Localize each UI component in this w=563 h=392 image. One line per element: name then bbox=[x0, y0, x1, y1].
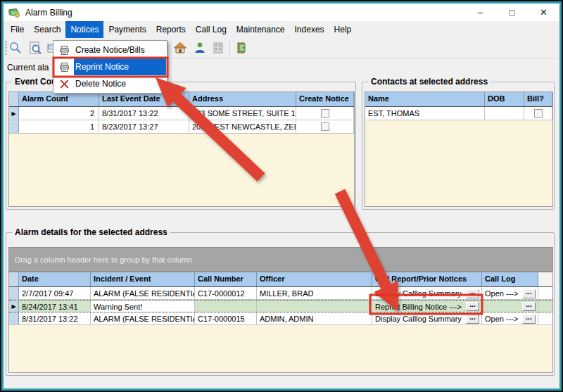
menubar-item-help[interactable]: Help bbox=[329, 21, 357, 38]
call-report-link[interactable]: Display Calllog Summary ---> bbox=[375, 289, 464, 298]
call-log-link[interactable]: Open ---> bbox=[485, 315, 518, 323]
row-selector[interactable] bbox=[9, 312, 19, 324]
menu-item-reprint-notice[interactable]: Reprint Notice bbox=[54, 58, 166, 75]
cell-incident-event[interactable]: ALARM (FALSE RESIDENTIA bbox=[91, 312, 195, 324]
close-button[interactable]: ✕ bbox=[528, 4, 559, 21]
create-notice-checkbox[interactable] bbox=[321, 109, 329, 118]
row-selector[interactable] bbox=[9, 287, 19, 299]
cell-date[interactable]: 2/7/2017 09:47 bbox=[19, 287, 91, 299]
column-header[interactable]: Alarm Count bbox=[19, 92, 99, 106]
column-header[interactable]: Call Number bbox=[195, 272, 257, 286]
cell-call-log[interactable]: ... bbox=[482, 301, 538, 312]
toolbar-grip[interactable] bbox=[5, 41, 7, 55]
building-icon[interactable] bbox=[211, 41, 225, 55]
cell-incident-event[interactable]: Warning Sent! bbox=[91, 301, 195, 312]
cell-dob[interactable] bbox=[485, 107, 524, 120]
group-by-drop-zone[interactable]: Drag a column header here to group by th… bbox=[8, 247, 553, 272]
menubar-item-maintenance[interactable]: Maintenance bbox=[232, 21, 290, 38]
menu-item-create-notice-bills[interactable]: Create Notice/Bills bbox=[54, 42, 166, 58]
cell-alarm-count[interactable]: 1 bbox=[19, 120, 99, 133]
cell-create-notice[interactable] bbox=[296, 107, 354, 120]
call-report-link[interactable]: Reprint Billing Notice ---> bbox=[375, 303, 462, 311]
menubar-item-reports[interactable]: Reports bbox=[151, 21, 191, 38]
table-row[interactable]: ▶8/24/2017 13:41Warning Sent!Reprint Bil… bbox=[9, 300, 552, 312]
cell-call-report[interactable]: Display Calllog Summary --->... bbox=[372, 287, 482, 299]
call-report-link[interactable]: Display Calllog Summary ---> bbox=[375, 315, 464, 323]
column-header[interactable]: Officer bbox=[257, 272, 372, 286]
column-header[interactable]: Bill? bbox=[524, 92, 552, 106]
cell-date[interactable]: 8/31/2017 13:22 bbox=[19, 312, 91, 324]
cell-call-log[interactable]: Open --->... bbox=[482, 287, 538, 299]
cell-officer[interactable]: ADMIN, ADMIN bbox=[257, 312, 372, 324]
cell-alarm-count[interactable]: 2 bbox=[19, 107, 99, 120]
cell-officer[interactable]: MILLER, BRAD bbox=[257, 287, 372, 299]
ellipsis-button[interactable]: ... bbox=[522, 289, 536, 298]
menubar-item-search[interactable]: Search bbox=[29, 21, 65, 38]
table-row[interactable]: 2/7/2017 09:47ALARM (FALSE RESIDENTIAC17… bbox=[9, 287, 552, 300]
row-selector[interactable]: ▶ bbox=[9, 107, 19, 120]
column-header[interactable]: Call Log bbox=[482, 272, 538, 286]
cell-officer[interactable] bbox=[257, 301, 372, 312]
cell-name[interactable]: EST, THOMAS bbox=[365, 107, 485, 120]
printer-icon bbox=[54, 44, 74, 56]
maximize-button[interactable]: □ bbox=[496, 4, 528, 21]
table-row[interactable]: 8/31/2017 13:22ALARM (FALSE RESIDENTIAC1… bbox=[9, 312, 552, 325]
cell-incident-event[interactable]: ALARM (FALSE RESIDENTIA bbox=[91, 287, 195, 299]
group-by-hint: Drag a column header here to group by th… bbox=[15, 255, 192, 264]
current-alarms-label: Current ala bbox=[7, 63, 49, 72]
minimize-button[interactable]: – bbox=[464, 4, 496, 21]
row-selector[interactable] bbox=[9, 120, 19, 133]
column-header[interactable]: Create Notice bbox=[296, 92, 354, 106]
column-header[interactable]: Call Report/Prior Notices bbox=[372, 272, 482, 286]
menubar-item-notices[interactable]: Notices bbox=[65, 21, 103, 38]
column-header[interactable]: Name bbox=[365, 92, 485, 106]
contacts-icon[interactable] bbox=[193, 41, 207, 55]
menubar-item-payments[interactable]: Payments bbox=[103, 21, 151, 38]
row-selector[interactable]: ▶ bbox=[9, 301, 19, 312]
create-notice-checkbox[interactable] bbox=[321, 122, 329, 131]
cell-address[interactable]: 123 SOME STREET, SUITE 103, ZELIENOP bbox=[189, 107, 296, 120]
exit-icon[interactable] bbox=[235, 41, 249, 55]
cell-call-number[interactable] bbox=[195, 301, 257, 312]
cell-call-report[interactable]: Reprint Billing Notice --->... bbox=[372, 301, 482, 312]
menu-item-delete-notice[interactable]: Delete Notice bbox=[54, 75, 166, 92]
ellipsis-button[interactable]: ... bbox=[522, 302, 536, 311]
cell-last-event-date[interactable]: 8/31/2017 13:22 bbox=[99, 107, 189, 120]
column-header[interactable]: Address bbox=[189, 92, 296, 106]
bill-checkbox[interactable] bbox=[534, 109, 543, 118]
column-header[interactable]: DOB bbox=[485, 92, 524, 106]
table-row[interactable]: 18/23/2017 13:27202 WEST NEWCASTLE, ZELI… bbox=[9, 120, 354, 134]
menubar-item-indexes[interactable]: Indexes bbox=[290, 21, 329, 38]
menubar-item-call-log[interactable]: Call Log bbox=[191, 21, 232, 38]
menubar-item-file[interactable]: File bbox=[6, 21, 29, 38]
window-title: Alarm Billing bbox=[25, 8, 72, 18]
header-filler bbox=[538, 272, 552, 286]
table-row[interactable]: EST, THOMAS bbox=[365, 107, 552, 120]
search-icon[interactable] bbox=[8, 41, 23, 55]
row-selector-header[interactable] bbox=[9, 272, 19, 286]
row-selector-header[interactable] bbox=[9, 92, 19, 106]
toolbar-separator bbox=[167, 41, 168, 55]
home-icon[interactable] bbox=[173, 41, 187, 55]
table-row[interactable]: ▶28/31/2017 13:22123 SOME STREET, SUITE … bbox=[9, 107, 354, 120]
cell-call-number[interactable]: C17-0000012 bbox=[195, 287, 257, 299]
cell-bill[interactable] bbox=[524, 107, 552, 120]
print-preview-icon[interactable] bbox=[28, 41, 42, 55]
cell-create-notice[interactable] bbox=[296, 120, 354, 133]
ellipsis-button[interactable]: ... bbox=[466, 289, 479, 298]
call-log-link[interactable]: Open ---> bbox=[485, 289, 518, 298]
column-header[interactable]: Incident / Event bbox=[91, 272, 195, 286]
ellipsis-button[interactable]: ... bbox=[466, 302, 479, 311]
cell-call-log[interactable]: Open --->... bbox=[482, 312, 538, 324]
cell-last-event-date[interactable]: 8/23/2017 13:27 bbox=[99, 120, 189, 133]
alarm-details-title: Alarm details for the selected address bbox=[12, 227, 170, 237]
column-header[interactable]: Date bbox=[19, 272, 91, 286]
ellipsis-button[interactable]: ... bbox=[466, 315, 479, 324]
window-stage: Alarm Billing – □ ✕ FileSearchNoticesPay… bbox=[1, 1, 562, 391]
ellipsis-button[interactable]: ... bbox=[522, 315, 536, 324]
column-header[interactable]: Last Event Date bbox=[99, 92, 189, 106]
cell-address[interactable]: 202 WEST NEWCASTLE, ZELIENOPLE PA bbox=[189, 120, 296, 133]
cell-call-report[interactable]: Display Calllog Summary --->... bbox=[372, 312, 482, 324]
cell-call-number[interactable]: C17-0000015 bbox=[195, 312, 257, 324]
cell-date[interactable]: 8/24/2017 13:41 bbox=[19, 301, 91, 312]
